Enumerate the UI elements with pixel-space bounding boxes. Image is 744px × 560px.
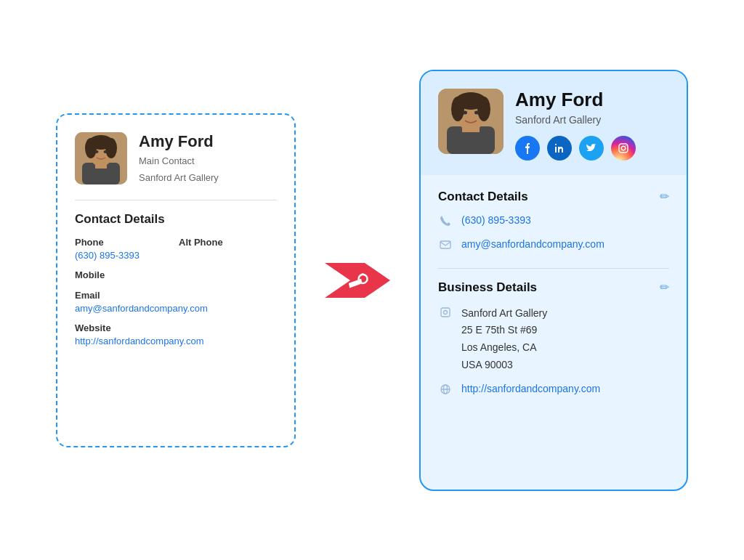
email-row-icon: [438, 239, 453, 253]
left-card-role: Main Contact: [139, 154, 219, 169]
business-details-section: Business Details ✏ Sanford Art Gallery 2…: [438, 280, 669, 398]
linkedin-icon[interactable]: [547, 136, 572, 161]
email-value: amy@sanfordandcompany.com: [75, 303, 277, 314]
email-field: Email amy@sanfordandcompany.com: [75, 290, 277, 314]
address-line1: Sanford Art Gallery: [461, 307, 547, 319]
phone-row-value: (630) 895-3393: [461, 214, 531, 226]
phone-row-icon: [438, 215, 453, 230]
website-row-icon: [438, 384, 453, 398]
email-label: Email: [75, 290, 277, 301]
phone-field: Phone (630) 895-3393: [75, 237, 173, 261]
right-card: Amy Ford Sanford Art Gallery: [419, 70, 688, 491]
svg-point-6: [105, 138, 117, 158]
left-card-company: Sanford Art Gallery: [139, 171, 219, 185]
svg-point-19: [474, 110, 479, 114]
avatar-left: [75, 132, 127, 184]
business-edit-icon[interactable]: ✏: [660, 280, 669, 294]
svg-point-22: [626, 145, 627, 146]
svg-point-8: [104, 150, 108, 153]
address-line4: USA 90003: [461, 359, 513, 370]
website-label: Website: [75, 322, 277, 333]
website-row-value: http://sanfordandcompany.com: [461, 383, 600, 394]
right-card-name: Amy Ford: [515, 89, 669, 111]
left-section-title: Contact Details: [75, 212, 277, 227]
left-contact-grid: Phone (630) 895-3393 Alt Phone Mobile: [75, 237, 277, 283]
left-card-header: Amy Ford Main Contact Sanford Art Galler…: [75, 132, 277, 185]
website-row: http://sanfordandcompany.com: [438, 383, 669, 398]
svg-point-25: [444, 310, 448, 314]
svg-point-21: [621, 146, 626, 150]
website-field: Website http://sanfordandcompany.com: [75, 322, 277, 346]
right-card-header: Amy Ford Sanford Art Gallery: [421, 71, 687, 175]
facebook-icon[interactable]: [515, 136, 540, 161]
website-value: http://sanfordandcompany.com: [75, 336, 277, 346]
transform-arrow: [325, 256, 390, 305]
address-row: Sanford Art Gallery 25 E 75th St #69 Los…: [438, 305, 669, 374]
business-details-title: Business Details: [438, 280, 537, 295]
email-row: amy@sanfordandcompany.com: [438, 238, 669, 253]
left-card: Amy Ford Main Contact Sanford Art Galler…: [56, 113, 296, 447]
mobile-field: Mobile: [75, 269, 173, 283]
mobile-label: Mobile: [75, 269, 173, 280]
contact-details-header: Contact Details ✏: [438, 190, 669, 204]
avatar-right: [438, 89, 504, 154]
contact-details-title: Contact Details: [438, 190, 528, 204]
scene: Amy Ford Main Contact Sanford Art Galler…: [0, 41, 744, 520]
social-icons: [515, 136, 669, 161]
svg-rect-20: [619, 144, 628, 153]
address-line2: 25 E 75th St #69: [461, 324, 537, 336]
svg-point-5: [85, 138, 97, 158]
contact-details-section: Contact Details ✏ (630) 895-3393 amy@san…: [438, 190, 669, 253]
phone-label: Phone: [75, 237, 173, 248]
right-card-body: Contact Details ✏ (630) 895-3393 amy@san…: [421, 175, 687, 427]
svg-point-7: [95, 150, 99, 153]
phone-row: (630) 895-3393: [438, 214, 669, 230]
arrow-wrapper: [325, 256, 390, 305]
left-divider: [75, 200, 277, 200]
svg-rect-23: [440, 241, 450, 248]
address-row-value: Sanford Art Gallery 25 E 75th St #69 Los…: [461, 305, 547, 374]
svg-point-18: [463, 110, 467, 114]
svg-rect-24: [441, 308, 450, 317]
address-row-icon: [438, 307, 453, 321]
right-card-info: Amy Ford Sanford Art Gallery: [515, 89, 669, 161]
contact-edit-icon[interactable]: ✏: [660, 190, 669, 203]
right-divider: [438, 268, 669, 269]
right-card-company: Sanford Art Gallery: [515, 114, 669, 126]
alt-phone-field: Alt Phone: [179, 237, 277, 261]
phone-value: (630) 895-3393: [75, 250, 173, 261]
email-row-value: amy@sanfordandcompany.com: [461, 238, 604, 250]
svg-point-17: [477, 97, 490, 121]
svg-point-16: [451, 97, 464, 121]
business-details-header: Business Details ✏: [438, 280, 669, 295]
alt-phone-label: Alt Phone: [179, 237, 277, 248]
left-card-name: Amy Ford: [139, 132, 219, 151]
twitter-icon[interactable]: [579, 136, 604, 161]
instagram-icon[interactable]: [611, 136, 636, 161]
address-line3: Los Angeles, CA: [461, 341, 537, 353]
left-card-info: Amy Ford Main Contact Sanford Art Galler…: [139, 132, 219, 185]
